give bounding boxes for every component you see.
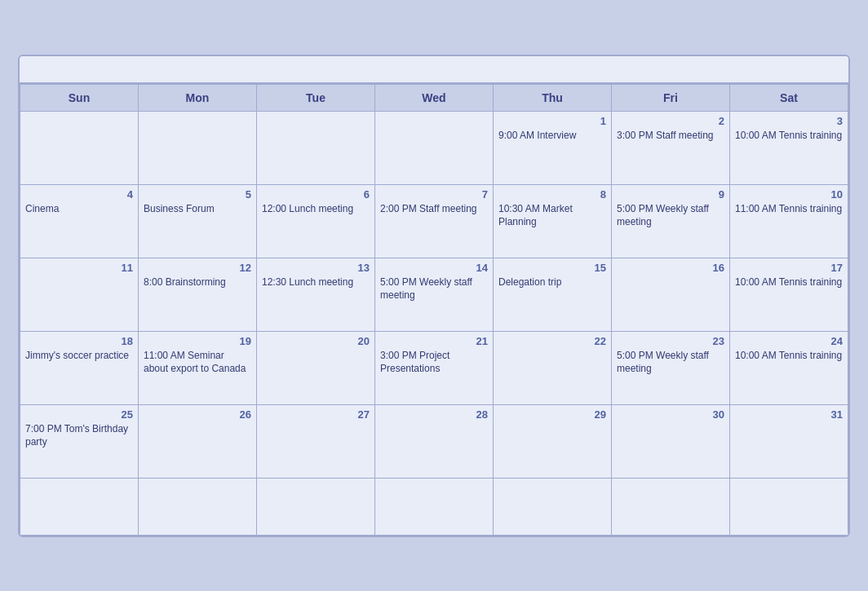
calendar-grid: SunMonTueWedThuFriSat 19:00 AM Interview… bbox=[20, 84, 848, 536]
calendar-cell[interactable]: 28 bbox=[375, 404, 494, 478]
day-number: 23 bbox=[617, 335, 724, 347]
day-number: 9 bbox=[617, 188, 724, 201]
calendar-cell[interactable]: 26 bbox=[139, 404, 257, 478]
calendar-header bbox=[20, 56, 848, 84]
day-number: 15 bbox=[498, 262, 606, 274]
event-text: 7:00 PM Tom's Birthday party bbox=[25, 422, 133, 448]
calendar-cell[interactable]: 18Jimmy's soccer practice bbox=[20, 331, 139, 404]
day-number: 3 bbox=[735, 115, 843, 127]
event-text: 5:00 PM Weekly staff meeting bbox=[380, 276, 488, 302]
calendar-cell[interactable] bbox=[612, 478, 730, 535]
event-text: Delegation trip bbox=[498, 276, 606, 289]
calendar-cell[interactable] bbox=[20, 478, 139, 535]
day-number: 29 bbox=[498, 408, 606, 421]
day-number: 18 bbox=[25, 335, 133, 347]
calendar-cell[interactable]: 2410:00 AM Tennis training bbox=[730, 331, 848, 404]
calendar-cell[interactable]: 11 bbox=[20, 258, 139, 331]
event-text: 10:00 AM Tennis training bbox=[735, 129, 843, 142]
weekday-header-sat: Sat bbox=[730, 84, 848, 111]
calendar-cell[interactable]: 20 bbox=[257, 331, 375, 404]
calendar-cell[interactable] bbox=[139, 478, 257, 535]
calendar-cell[interactable]: 27 bbox=[257, 404, 375, 478]
week-row-2: 11128:00 Brainstorming1312:30 Lunch meet… bbox=[20, 258, 848, 331]
event-text: 10:30 AM Market Planning bbox=[498, 202, 606, 228]
calendar-cell[interactable]: 15Delegation trip bbox=[494, 258, 612, 331]
event-text: 5:00 PM Weekly staff meeting bbox=[617, 202, 724, 228]
calendar-cell[interactable] bbox=[257, 478, 375, 535]
event-text: Jimmy's soccer practice bbox=[25, 349, 133, 362]
calendar-cell[interactable]: 16 bbox=[612, 258, 730, 331]
calendar-cell[interactable] bbox=[257, 111, 375, 184]
event-text: 8:00 Brainstorming bbox=[144, 276, 251, 289]
calendar-cell[interactable]: 22 bbox=[494, 331, 612, 404]
weekday-header-fri: Fri bbox=[612, 84, 730, 111]
calendar-cell[interactable]: 31 bbox=[730, 404, 848, 478]
calendar-cell[interactable]: 1312:30 Lunch meeting bbox=[257, 258, 375, 331]
calendar-body: 19:00 AM Interview23:00 PM Staff meeting… bbox=[20, 111, 848, 535]
week-row-0: 19:00 AM Interview23:00 PM Staff meeting… bbox=[20, 111, 848, 184]
calendar-cell[interactable]: 310:00 AM Tennis training bbox=[730, 111, 848, 184]
day-number: 25 bbox=[25, 408, 133, 421]
calendar-cell[interactable]: 810:30 AM Market Planning bbox=[494, 184, 612, 258]
day-number: 10 bbox=[735, 188, 843, 201]
weekday-header-sun: Sun bbox=[20, 84, 139, 111]
day-number: 4 bbox=[25, 188, 133, 201]
event-text: 9:00 AM Interview bbox=[498, 129, 606, 142]
calendar-cell[interactable]: 1911:00 AM Seminar about export to Canad… bbox=[139, 331, 257, 404]
weekday-header-mon: Mon bbox=[139, 84, 257, 111]
day-number: 5 bbox=[144, 188, 251, 201]
week-row-3: 18Jimmy's soccer practice1911:00 AM Semi… bbox=[20, 331, 848, 404]
calendar-cell[interactable]: 23:00 PM Staff meeting bbox=[612, 111, 730, 184]
day-number: 16 bbox=[617, 262, 724, 274]
event-text: 12:30 Lunch meeting bbox=[262, 276, 370, 289]
calendar-cell[interactable]: 1710:00 AM Tennis training bbox=[730, 258, 848, 331]
calendar-cell[interactable]: 257:00 PM Tom's Birthday party bbox=[20, 404, 139, 478]
day-number: 14 bbox=[380, 262, 488, 274]
event-text: Cinema bbox=[25, 202, 133, 215]
weekday-header-thu: Thu bbox=[494, 84, 612, 111]
calendar-cell[interactable]: 145:00 PM Weekly staff meeting bbox=[375, 258, 494, 331]
calendar-cell[interactable] bbox=[730, 478, 848, 535]
event-text: 2:00 PM Staff meeting bbox=[380, 202, 488, 215]
day-number: 22 bbox=[498, 335, 606, 347]
event-text: 3:00 PM Staff meeting bbox=[617, 129, 724, 142]
event-text: 10:00 AM Tennis training bbox=[735, 349, 843, 362]
calendar-cell[interactable]: 213:00 PM Project Presentations bbox=[375, 331, 494, 404]
weekday-header-tue: Tue bbox=[257, 84, 375, 111]
calendar-cell[interactable]: 1011:00 AM Tennis training bbox=[730, 184, 848, 258]
calendar-cell[interactable]: 29 bbox=[494, 404, 612, 478]
event-text: 11:00 AM Tennis training bbox=[735, 202, 843, 215]
day-number: 2 bbox=[617, 115, 724, 127]
calendar-cell[interactable] bbox=[375, 111, 494, 184]
calendar-cell[interactable]: 5Business Forum bbox=[139, 184, 257, 258]
calendar-cell[interactable] bbox=[139, 111, 257, 184]
event-text: 5:00 PM Weekly staff meeting bbox=[617, 349, 724, 375]
calendar-cell[interactable] bbox=[494, 478, 612, 535]
week-row-1: 4Cinema5Business Forum612:00 Lunch meeti… bbox=[20, 184, 848, 258]
event-text: 10:00 AM Tennis training bbox=[735, 276, 843, 289]
day-number: 6 bbox=[262, 188, 370, 201]
calendar-cell[interactable]: 4Cinema bbox=[20, 184, 139, 258]
day-number: 24 bbox=[735, 335, 843, 347]
event-text: 11:00 AM Seminar about export to Canada bbox=[144, 349, 251, 375]
calendar-cell[interactable]: 95:00 PM Weekly staff meeting bbox=[612, 184, 730, 258]
day-number: 1 bbox=[498, 115, 606, 127]
day-number: 8 bbox=[498, 188, 606, 201]
calendar-cell[interactable]: 30 bbox=[612, 404, 730, 478]
calendar-cell[interactable]: 72:00 PM Staff meeting bbox=[375, 184, 494, 258]
day-number: 12 bbox=[144, 262, 251, 274]
day-number: 13 bbox=[262, 262, 370, 274]
week-row-4: 257:00 PM Tom's Birthday party2627282930… bbox=[20, 404, 848, 478]
day-number: 20 bbox=[262, 335, 370, 347]
weekday-header-row: SunMonTueWedThuFriSat bbox=[20, 84, 848, 111]
calendar-cell[interactable]: 235:00 PM Weekly staff meeting bbox=[612, 331, 730, 404]
calendar-cell[interactable]: 128:00 Brainstorming bbox=[139, 258, 257, 331]
day-number: 31 bbox=[735, 408, 843, 421]
calendar-cell[interactable]: 19:00 AM Interview bbox=[494, 111, 612, 184]
calendar-cell[interactable]: 612:00 Lunch meeting bbox=[257, 184, 375, 258]
day-number: 26 bbox=[144, 408, 251, 421]
calendar-cell[interactable] bbox=[375, 478, 494, 535]
day-number: 7 bbox=[380, 188, 488, 201]
calendar-cell[interactable] bbox=[20, 111, 139, 184]
week-row-5 bbox=[20, 478, 848, 535]
